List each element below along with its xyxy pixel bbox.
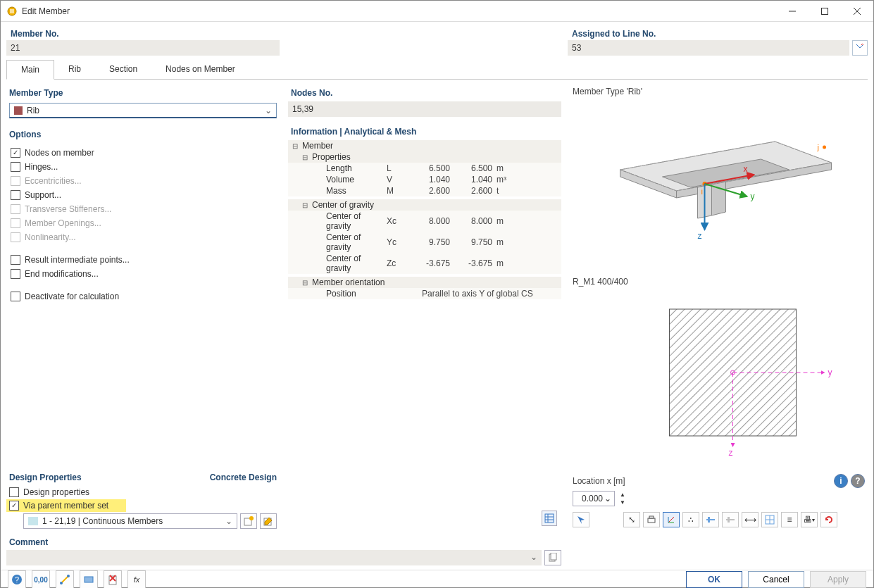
member-no-input[interactable] bbox=[6, 40, 280, 56]
cross-section-preview[interactable]: y z bbox=[570, 288, 868, 471]
cancel-button[interactable]: Cancel bbox=[748, 571, 804, 588]
option-end-modifications[interactable]: End modifications... bbox=[9, 267, 277, 281]
svg-rect-1 bbox=[10, 9, 14, 13]
member-no-label: Member No. bbox=[6, 26, 280, 40]
tb-nodes-button[interactable]: ∴ bbox=[682, 512, 699, 527]
assigned-to-label: Assigned to Line No. bbox=[568, 26, 868, 40]
option-support[interactable]: Support... bbox=[9, 188, 277, 202]
footer-delete-button[interactable] bbox=[104, 570, 122, 588]
tree-row-yc: Center of gravityYc9.7509.750m bbox=[288, 232, 561, 253]
tab-section[interactable]: Section bbox=[95, 60, 151, 79]
tb-pick-button[interactable] bbox=[573, 512, 589, 527]
info-button[interactable]: i bbox=[834, 474, 848, 488]
footer: ? 0,00 fx OK Cancel Apply bbox=[1, 570, 873, 588]
minimize-button[interactable] bbox=[776, 1, 809, 22]
comment-input[interactable]: ⌄ bbox=[6, 550, 542, 565]
pick-line-button[interactable] bbox=[852, 40, 868, 56]
option-design-properties[interactable]: Design properties bbox=[6, 485, 280, 499]
nodes-no-label: Nodes No. bbox=[288, 84, 561, 101]
help-button[interactable]: ? bbox=[851, 474, 865, 488]
svg-text:y: y bbox=[751, 192, 755, 201]
results-table-button[interactable] bbox=[542, 511, 557, 526]
tree-row-volume: VolumeV1.0401.040m³ bbox=[288, 174, 561, 185]
maximize-button[interactable] bbox=[809, 1, 841, 22]
footer-pick-button[interactable] bbox=[56, 570, 74, 588]
member-type-select[interactable]: Rib ⌄ bbox=[9, 103, 277, 118]
checkbox[interactable] bbox=[11, 148, 20, 158]
chevron-down-icon: ⌄ bbox=[265, 106, 272, 115]
tb-axes-button[interactable] bbox=[663, 512, 680, 527]
edit-member-window: Edit Member Member No. Assigned to Line … bbox=[0, 0, 874, 588]
svg-point-56 bbox=[67, 575, 70, 577]
ok-button[interactable]: OK bbox=[686, 571, 742, 588]
location-x-select[interactable]: 0.000⌄ bbox=[573, 491, 615, 506]
info-tree: ⊟Member ⊟Properties LengthL6.5006.500m V… bbox=[288, 140, 561, 299]
tab-nodes-on-member[interactable]: Nodes on Member bbox=[151, 60, 249, 79]
footer-view-button[interactable] bbox=[80, 570, 98, 588]
footer-help-button[interactable]: ? bbox=[8, 570, 26, 588]
edit-member-set-button[interactable] bbox=[260, 513, 277, 529]
tb-section2-button[interactable] bbox=[722, 512, 739, 527]
option-nodes-on-member[interactable]: Nodes on member bbox=[9, 146, 277, 160]
svg-rect-57 bbox=[85, 577, 93, 582]
svg-rect-38 bbox=[648, 518, 655, 523]
location-spinner[interactable]: ▲▼ bbox=[618, 491, 628, 506]
checkbox[interactable] bbox=[11, 292, 20, 301]
checkbox[interactable] bbox=[11, 269, 20, 279]
option-via-parent-member-set[interactable]: Via parent member set bbox=[6, 499, 126, 512]
window-title: Edit Member bbox=[22, 6, 776, 16]
tree-row-zc: Center of gravityZc-3.675-3.675m bbox=[288, 253, 561, 274]
new-member-set-button[interactable] bbox=[240, 513, 257, 529]
tb-print-button[interactable] bbox=[643, 512, 660, 527]
checkbox[interactable] bbox=[11, 162, 20, 172]
tb-refresh-button[interactable] bbox=[820, 512, 837, 527]
svg-text:x: x bbox=[744, 164, 748, 174]
checkbox[interactable] bbox=[11, 255, 20, 265]
chevron-down-icon: ⌄ bbox=[530, 552, 537, 562]
tab-main[interactable]: Main bbox=[6, 60, 54, 80]
svg-text:y: y bbox=[828, 368, 832, 377]
svg-rect-46 bbox=[726, 519, 735, 520]
tree-properties[interactable]: ⊟Properties bbox=[288, 151, 561, 163]
comment-attach-button[interactable] bbox=[544, 550, 561, 565]
svg-rect-44 bbox=[706, 519, 715, 520]
footer-units-button[interactable]: 0,00 bbox=[32, 570, 50, 588]
tb-list-button[interactable]: ≡ bbox=[781, 512, 798, 527]
tab-rib[interactable]: Rib bbox=[54, 60, 95, 79]
footer-fx-button[interactable]: fx bbox=[127, 570, 146, 588]
tb-stretch-button[interactable]: ⤡ bbox=[623, 512, 640, 527]
tree-member[interactable]: ⊟Member bbox=[288, 140, 561, 151]
tree-orientation[interactable]: ⊟Member orientation bbox=[288, 277, 561, 288]
checkbox[interactable] bbox=[9, 487, 19, 497]
checkbox bbox=[11, 176, 20, 186]
checkbox[interactable] bbox=[9, 501, 19, 511]
option-hinges[interactable]: Hinges... bbox=[9, 160, 277, 174]
tabs: Main Rib Section Nodes on Member bbox=[6, 60, 868, 80]
cross-section-label: R_M1 400/400 bbox=[570, 275, 868, 288]
preview-label: Member Type 'Rib' bbox=[570, 84, 868, 99]
tb-dim-button[interactable]: ⟷ bbox=[742, 512, 758, 527]
tree-cog[interactable]: ⊟Center of gravity bbox=[288, 199, 561, 211]
checkbox bbox=[11, 218, 20, 228]
assigned-to-input[interactable] bbox=[568, 40, 849, 56]
viewer-toolbar: ⤡ ∴ ⟷ ≡ 🖶▾ bbox=[570, 509, 868, 530]
location-x-label: Location x [m] bbox=[573, 476, 625, 486]
option-deactivate-for-calculation[interactable]: Deactivate for calculation bbox=[9, 289, 277, 304]
checkbox[interactable] bbox=[11, 190, 20, 200]
tb-grid-button[interactable] bbox=[761, 512, 778, 527]
close-button[interactable] bbox=[841, 1, 873, 22]
svg-text:j: j bbox=[817, 143, 819, 151]
svg-text:i: i bbox=[701, 187, 703, 196]
tb-section-button[interactable] bbox=[702, 512, 719, 527]
option-result-intermediate-points[interactable]: Result intermediate points... bbox=[9, 253, 277, 267]
tb-print2-button[interactable]: 🖶▾ bbox=[801, 512, 818, 527]
3d-preview[interactable]: x y z i j bbox=[570, 99, 868, 275]
member-set-select[interactable]: 1 - 21,19 | Continuous Members ⌄ bbox=[23, 513, 237, 529]
svg-point-30 bbox=[823, 146, 826, 149]
design-properties-label: Design Properties bbox=[9, 473, 82, 482]
svg-text:?: ? bbox=[15, 575, 19, 584]
member-set-swatch bbox=[28, 517, 38, 525]
nodes-no-input[interactable] bbox=[288, 101, 561, 117]
option-member-openings: Member Openings... bbox=[9, 216, 277, 230]
options-label: Options bbox=[6, 125, 280, 143]
